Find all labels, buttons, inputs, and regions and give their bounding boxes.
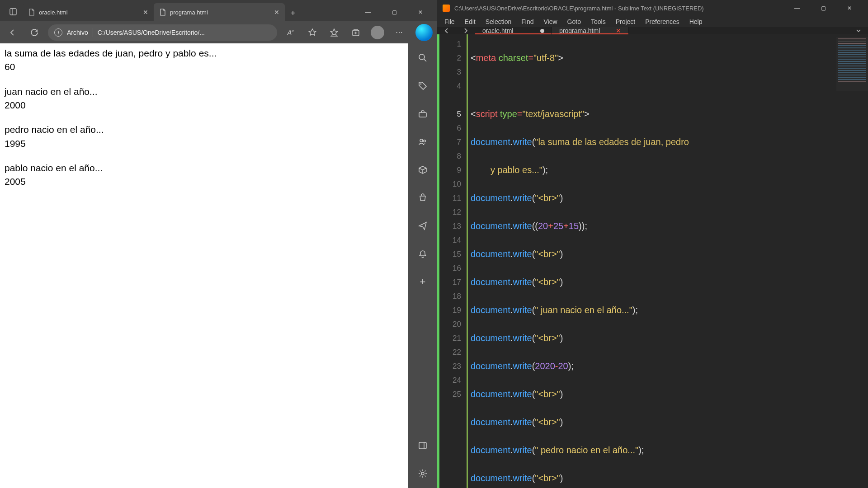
settings-icon[interactable] xyxy=(414,465,432,483)
editor-area[interactable]: 1234 56789 1011121314 1516171819 2021222… xyxy=(437,34,868,488)
bell-icon[interactable] xyxy=(414,245,432,263)
output-text: pedro nacio en el año... xyxy=(5,123,404,136)
output-value: 2000 xyxy=(5,99,404,112)
sublime-tabs: oracle.html programa.html ✕ xyxy=(437,27,868,34)
toolbox-icon[interactable] xyxy=(414,105,432,123)
close-button[interactable]: ✕ xyxy=(407,3,434,21)
menu-file[interactable]: File xyxy=(440,16,459,27)
browser-toolbar: i Archivo C:/Users/ASUS/OneDrive/Escrito… xyxy=(0,21,437,43)
more-icon[interactable]: ⋯ xyxy=(391,24,407,41)
favorite-icon[interactable] xyxy=(304,24,321,41)
tab-title: programa.html xyxy=(170,9,208,16)
menu-selection[interactable]: Selection xyxy=(481,16,516,27)
tag-icon[interactable] xyxy=(414,77,432,95)
cube-icon[interactable] xyxy=(414,161,432,179)
menu-goto[interactable]: Goto xyxy=(563,16,585,27)
tab-prev-button[interactable] xyxy=(437,27,456,34)
edge-sidebar: + xyxy=(408,43,437,488)
svg-point-7 xyxy=(419,54,425,60)
sublime-menubar: File Edit Selection Find View Goto Tools… xyxy=(437,16,868,27)
svg-line-8 xyxy=(424,59,426,61)
output-value: 2005 xyxy=(5,175,404,188)
new-tab-button[interactable]: + xyxy=(285,5,301,21)
dirty-indicator-icon xyxy=(540,29,544,33)
browser-window-controls: — ▢ ✕ xyxy=(355,3,434,21)
collections-icon[interactable] xyxy=(348,24,364,41)
output-text: pablo nacio en el año... xyxy=(5,162,404,174)
add-icon[interactable]: + xyxy=(414,273,432,291)
svg-rect-10 xyxy=(419,113,426,117)
output-text: la suma de las edades de juan, pedro y p… xyxy=(5,47,404,60)
send-icon[interactable] xyxy=(414,217,432,235)
divider xyxy=(93,28,93,37)
close-icon[interactable]: ✕ xyxy=(274,9,279,16)
minimap[interactable] xyxy=(836,37,868,91)
search-icon[interactable] xyxy=(414,49,432,67)
sublime-title: C:\Users\ASUS\OneDrive\Escritorio\ORACLE… xyxy=(454,5,704,12)
svg-point-9 xyxy=(420,84,422,85)
svg-point-12 xyxy=(424,140,426,142)
browser-content-area: la suma de las edades de juan, pedro y p… xyxy=(0,43,437,488)
editor-tab[interactable]: programa.html ✕ xyxy=(552,27,629,34)
close-icon[interactable]: ✕ xyxy=(143,9,148,16)
reading-mode-icon[interactable]: A» xyxy=(283,24,299,41)
tab-title: oracle.html xyxy=(39,9,68,16)
rendered-page: la suma de las edades de juan, pedro y p… xyxy=(0,43,408,488)
sublime-window-controls: — ▢ ✕ xyxy=(784,0,863,16)
browser-tab-strip: oracle.html ✕ programa.html ✕ + — ▢ ✕ xyxy=(0,0,437,21)
menu-view[interactable]: View xyxy=(539,16,562,27)
line-gutter: 1234 56789 1011121314 1516171819 2021222… xyxy=(439,34,467,488)
maximize-button[interactable]: ▢ xyxy=(810,0,836,16)
refresh-button[interactable] xyxy=(26,24,42,41)
shopping-icon[interactable] xyxy=(414,189,432,207)
panel-icon[interactable] xyxy=(414,436,432,455)
output-text: juan nacio en el año... xyxy=(5,85,404,98)
close-icon[interactable]: ✕ xyxy=(616,27,621,34)
tab-overflow-button[interactable] xyxy=(849,27,868,34)
tab-next-button[interactable] xyxy=(456,27,475,34)
address-path: C:/Users/ASUS/OneDrive/Escritorio/... xyxy=(98,29,205,36)
editor-tab[interactable]: oracle.html xyxy=(475,27,552,34)
sublime-logo-icon xyxy=(443,5,450,12)
tab-name: programa.html xyxy=(559,27,600,34)
bing-icon[interactable] xyxy=(415,24,433,41)
file-icon xyxy=(159,9,166,16)
browser-tab[interactable]: programa.html ✕ xyxy=(154,3,285,21)
minimize-button[interactable]: — xyxy=(355,3,381,21)
site-info-icon[interactable]: i xyxy=(54,28,62,37)
sublime-window: C:\Users\ASUS\OneDrive\Escritorio\ORACLE… xyxy=(437,0,868,488)
maximize-button[interactable]: ▢ xyxy=(381,3,407,21)
menu-help[interactable]: Help xyxy=(685,16,707,27)
menu-find[interactable]: Find xyxy=(517,16,538,27)
browser-tab[interactable]: oracle.html ✕ xyxy=(23,3,154,21)
minimize-button[interactable]: — xyxy=(784,0,810,16)
close-button[interactable]: ✕ xyxy=(836,0,863,16)
svg-rect-13 xyxy=(419,442,426,449)
edge-browser-window: oracle.html ✕ programa.html ✕ + — ▢ ✕ i … xyxy=(0,0,437,488)
menu-tools[interactable]: Tools xyxy=(586,16,610,27)
address-kind: Archivo xyxy=(67,29,88,36)
svg-point-15 xyxy=(421,472,424,475)
menu-project[interactable]: Project xyxy=(611,16,640,27)
output-value: 1995 xyxy=(5,137,404,150)
sublime-titlebar: C:\Users\ASUS\OneDrive\Escritorio\ORACLE… xyxy=(437,0,868,16)
tab-name: oracle.html xyxy=(482,27,513,34)
menu-preferences[interactable]: Preferences xyxy=(641,16,684,27)
address-bar[interactable]: i Archivo C:/Users/ASUS/OneDrive/Escrito… xyxy=(48,24,277,41)
file-icon xyxy=(28,9,35,16)
output-value: 60 xyxy=(5,61,404,73)
menu-edit[interactable]: Edit xyxy=(460,16,480,27)
people-icon[interactable] xyxy=(414,133,432,151)
profile-icon[interactable] xyxy=(369,24,386,41)
tab-actions-button[interactable] xyxy=(4,2,23,21)
favorites-list-icon[interactable] xyxy=(326,24,342,41)
code-content[interactable]: <meta charset="utf-8"> <script type="tex… xyxy=(468,34,868,488)
svg-rect-0 xyxy=(10,9,16,15)
svg-point-11 xyxy=(420,139,423,142)
back-button[interactable] xyxy=(5,24,21,41)
